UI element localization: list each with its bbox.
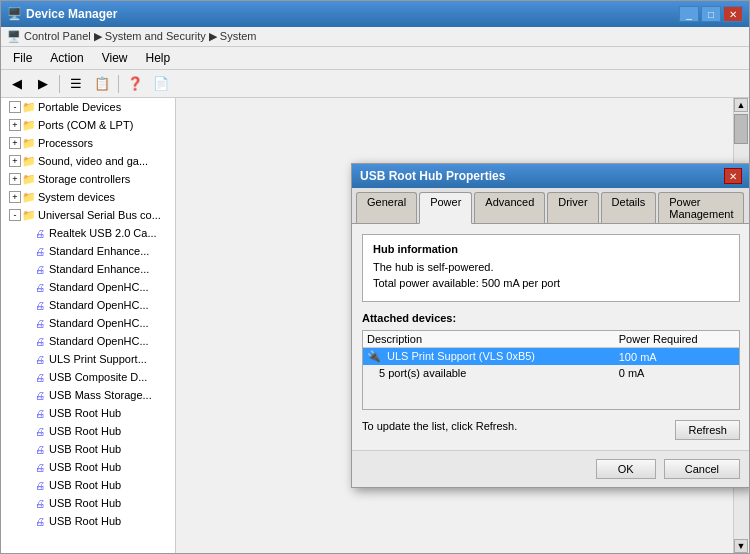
tab-driver[interactable]: Driver	[547, 192, 598, 223]
folder-icon-ports: 📁	[22, 118, 36, 132]
tree-item-sound[interactable]: + 📁 Sound, video and ga...	[1, 152, 175, 170]
table-row[interactable]: 🔌 ULS Print Support (VLS 0xB5) 100 mA	[363, 348, 739, 366]
properties-button[interactable]: 📋	[90, 73, 114, 95]
window-title: Device Manager	[26, 7, 117, 21]
tree-item-openhc4[interactable]: 🖨 Standard OpenHC...	[1, 332, 175, 350]
tab-advanced[interactable]: Advanced	[474, 192, 545, 223]
scroll-up-btn[interactable]: ▲	[734, 98, 748, 112]
tree-item-hub6[interactable]: 🖨 USB Root Hub	[1, 494, 175, 512]
dialog-close-button[interactable]: ✕	[724, 168, 742, 184]
tree-label-comp: USB Composite D...	[49, 371, 147, 383]
device-icon-enh2: 🖨	[33, 262, 47, 276]
hub-info-label: Hub information	[373, 243, 729, 255]
tree-label-hc4: Standard OpenHC...	[49, 335, 149, 347]
menu-file[interactable]: File	[5, 49, 40, 67]
tree-item-hub5[interactable]: 🖨 USB Root Hub	[1, 476, 175, 494]
tree-item-hub2[interactable]: 🖨 USB Root Hub	[1, 422, 175, 440]
device-icon-hub6: 🖨	[33, 496, 47, 510]
tree-item-enhance2[interactable]: 🖨 Standard Enhance...	[1, 260, 175, 278]
menu-view[interactable]: View	[94, 49, 136, 67]
tree-item-portable-devices[interactable]: - 📁 Portable Devices	[1, 98, 175, 116]
tree-label-uls: ULS Print Support...	[49, 353, 147, 365]
expand-processors[interactable]: +	[9, 137, 21, 149]
col-description: Description	[363, 331, 615, 348]
device-icon-hub1: 🖨	[33, 406, 47, 420]
tree-item-composite[interactable]: 🖨 USB Composite D...	[1, 368, 175, 386]
tab-power-management[interactable]: Power Management	[658, 192, 744, 223]
tree-label-hub3: USB Root Hub	[49, 443, 121, 455]
tree-label-mass: USB Mass Storage...	[49, 389, 152, 401]
expand-system[interactable]: +	[9, 191, 21, 203]
device-power-1: 100 mA	[615, 348, 739, 366]
tree-label-sound: Sound, video and ga...	[38, 155, 148, 167]
tree-label-hc3: Standard OpenHC...	[49, 317, 149, 329]
devices-table: Description Power Required 🔌 ULS Print S…	[363, 331, 739, 381]
scroll-thumb[interactable]	[734, 114, 748, 144]
breadcrumb: 🖥️ Control Panel ▶ System and Security ▶…	[1, 27, 749, 47]
back-button[interactable]: ◀	[5, 73, 29, 95]
expand-usb[interactable]: -	[9, 209, 21, 221]
tree-label-hub6: USB Root Hub	[49, 497, 121, 509]
device-icon-hc1: 🖨	[33, 280, 47, 294]
refresh-button[interactable]: Refresh	[675, 420, 740, 440]
tree-label-storage: Storage controllers	[38, 173, 130, 185]
tree-item-processors[interactable]: + 📁 Processors	[1, 134, 175, 152]
device-power-2: 0 mA	[615, 365, 739, 381]
folder-icon-proc: 📁	[22, 136, 36, 150]
tree-item-openhc2[interactable]: 🖨 Standard OpenHC...	[1, 296, 175, 314]
tree-item-system[interactable]: + 📁 System devices	[1, 188, 175, 206]
tree-label-hc2: Standard OpenHC...	[49, 299, 149, 311]
attached-devices-label: Attached devices:	[362, 312, 740, 324]
col-power: Power Required	[615, 331, 739, 348]
update-text: To update the list, click Refresh.	[362, 420, 517, 432]
tree-item-enhance1[interactable]: 🖨 Standard Enhance...	[1, 242, 175, 260]
tree-item-openhc1[interactable]: 🖨 Standard OpenHC...	[1, 278, 175, 296]
tree-item-hub3[interactable]: 🖨 USB Root Hub	[1, 440, 175, 458]
tree-item-hub7[interactable]: 🖨 USB Root Hub	[1, 512, 175, 530]
expand-sound[interactable]: +	[9, 155, 21, 167]
table-row[interactable]: 5 port(s) available 0 mA	[363, 365, 739, 381]
tree-item-uls[interactable]: 🖨 ULS Print Support...	[1, 350, 175, 368]
view-button[interactable]: ☰	[64, 73, 88, 95]
power-available-text: Total power available: 500 mA per port	[373, 277, 729, 289]
tree-item-hub1[interactable]: 🖨 USB Root Hub	[1, 404, 175, 422]
tree-item-ports[interactable]: + 📁 Ports (COM & LPT)	[1, 116, 175, 134]
maximize-button[interactable]: □	[701, 6, 721, 22]
expand-storage[interactable]: +	[9, 173, 21, 185]
folder-icon-sys: 📁	[22, 190, 36, 204]
dialog: USB Root Hub Properties ✕ General Power …	[351, 163, 749, 488]
cancel-button[interactable]: Cancel	[664, 459, 740, 479]
toolbar-extra[interactable]: 📄	[149, 73, 173, 95]
content-area: - 📁 Portable Devices + 📁 Ports (COM & LP…	[1, 98, 749, 553]
devices-table-container: Description Power Required 🔌 ULS Print S…	[362, 330, 740, 410]
tree-label-sys: System devices	[38, 191, 115, 203]
ok-button[interactable]: OK	[596, 459, 656, 479]
tree-item-realtek[interactable]: 🖨 Realtek USB 2.0 Ca...	[1, 224, 175, 242]
tab-general[interactable]: General	[356, 192, 417, 223]
minimize-button[interactable]: _	[679, 6, 699, 22]
menu-help[interactable]: Help	[138, 49, 179, 67]
device-icon-uls: 🖨	[33, 352, 47, 366]
forward-button[interactable]: ▶	[31, 73, 55, 95]
device-icon-hc3: 🖨	[33, 316, 47, 330]
tree-item-storage[interactable]: + 📁 Storage controllers	[1, 170, 175, 188]
main-window: 🖥️ Device Manager _ □ ✕ 🖥️ Control Panel…	[0, 0, 750, 554]
scroll-down-btn[interactable]: ▼	[734, 539, 748, 553]
device-icon-hc2: 🖨	[33, 298, 47, 312]
tab-power[interactable]: Power	[419, 192, 472, 224]
device-description-2: 5 port(s) available	[363, 365, 615, 381]
expand-ports[interactable]: +	[9, 119, 21, 131]
self-powered-text: The hub is self-powered.	[373, 261, 729, 273]
folder-icon-usb: 📁	[22, 208, 36, 222]
tab-details[interactable]: Details	[601, 192, 657, 223]
tree-item-hub4[interactable]: 🖨 USB Root Hub	[1, 458, 175, 476]
menu-action[interactable]: Action	[42, 49, 91, 67]
help-button[interactable]: ❓	[123, 73, 147, 95]
expand-portable-devices[interactable]: -	[9, 101, 21, 113]
tree-item-mass[interactable]: 🖨 USB Mass Storage...	[1, 386, 175, 404]
tree-item-openhc3[interactable]: 🖨 Standard OpenHC...	[1, 314, 175, 332]
update-section: To update the list, click Refresh. Refre…	[362, 420, 740, 440]
title-bar-left: 🖥️ Device Manager	[7, 7, 117, 21]
tree-item-usb[interactable]: - 📁 Universal Serial Bus co...	[1, 206, 175, 224]
close-button[interactable]: ✕	[723, 6, 743, 22]
